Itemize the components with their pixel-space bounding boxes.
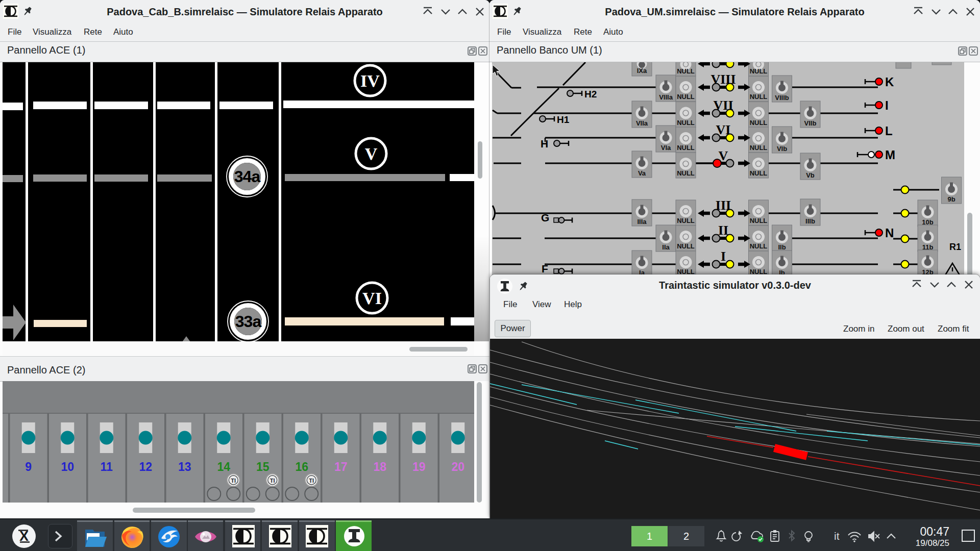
svg-text:M: M (885, 148, 895, 162)
svg-text:33a: 33a (235, 312, 262, 331)
svg-text:14: 14 (217, 460, 230, 473)
svg-text:Vb: Vb (806, 171, 815, 179)
svg-text:TI: TI (309, 478, 314, 484)
svg-text:H2: H2 (584, 89, 597, 99)
svg-text:NULL: NULL (677, 119, 695, 127)
svg-text:V: V (365, 144, 378, 163)
svg-text:Va: Va (638, 169, 646, 177)
svg-text:VIIa: VIIa (636, 119, 648, 127)
svg-text:VIb: VIb (777, 145, 787, 153)
svg-text:I: I (721, 249, 726, 264)
svg-text:I: I (885, 98, 889, 112)
svg-text:9b: 9b (947, 195, 955, 203)
svg-text:13: 13 (178, 460, 191, 473)
svg-text:16: 16 (295, 460, 308, 473)
svg-text:NULL: NULL (750, 242, 768, 250)
svg-text:10: 10 (61, 460, 74, 473)
svg-text:NULL: NULL (677, 144, 695, 152)
svg-text:18: 18 (373, 460, 386, 473)
svg-text:NULL: NULL (677, 93, 695, 101)
svg-text:9: 9 (25, 460, 32, 473)
svg-text:F: F (542, 263, 548, 274)
svg-text:R1: R1 (949, 242, 961, 252)
svg-text:NULL: NULL (750, 144, 768, 152)
svg-text:H: H (541, 138, 548, 149)
svg-text:12: 12 (139, 460, 152, 473)
svg-text:N: N (885, 226, 894, 240)
svg-text:L: L (885, 124, 893, 138)
svg-text:NULL: NULL (677, 67, 695, 75)
svg-text:VIIIa: VIIIa (659, 93, 673, 101)
svg-text:VI: VI (716, 122, 731, 137)
svg-text:VIIIb: VIIIb (775, 94, 789, 102)
svg-text:20: 20 (451, 460, 464, 473)
svg-text:NULL: NULL (750, 119, 768, 127)
svg-text:NULL: NULL (750, 217, 768, 224)
svg-text:TI: TI (231, 478, 236, 484)
svg-text:II: II (718, 223, 728, 238)
svg-text:H1: H1 (557, 114, 570, 125)
svg-text:TI: TI (270, 478, 275, 484)
svg-text:NULL: NULL (750, 67, 768, 75)
svg-text:VIII: VIII (710, 72, 736, 87)
svg-text:11: 11 (101, 460, 113, 473)
svg-text:NULL: NULL (677, 217, 695, 224)
svg-text:VIa: VIa (661, 144, 671, 152)
svg-text:VIIb: VIIb (804, 119, 817, 127)
svg-text:IIb: IIb (778, 243, 786, 251)
svg-text:VI: VI (362, 289, 382, 308)
svg-text:it: it (834, 530, 840, 542)
svg-text:NULL: NULL (677, 242, 695, 250)
svg-text:NULL: NULL (750, 169, 768, 177)
svg-text:V: V (719, 148, 728, 163)
svg-text:19: 19 (412, 460, 426, 473)
svg-text:G: G (541, 212, 549, 223)
svg-text:IIa: IIa (662, 243, 670, 251)
svg-text:III: III (716, 198, 731, 213)
svg-text:NULL: NULL (677, 169, 695, 177)
svg-text:34a: 34a (234, 167, 261, 186)
svg-text:NULL: NULL (750, 93, 768, 101)
svg-text:IIIb: IIIb (805, 217, 815, 225)
svg-text:IIIa: IIIa (637, 218, 647, 226)
svg-text:15: 15 (256, 460, 270, 473)
svg-text:IV: IV (360, 71, 380, 90)
svg-text:IXa: IXa (637, 67, 647, 74)
svg-text:VII: VII (713, 98, 733, 113)
svg-text:K: K (885, 75, 894, 89)
svg-text:17: 17 (334, 460, 348, 473)
